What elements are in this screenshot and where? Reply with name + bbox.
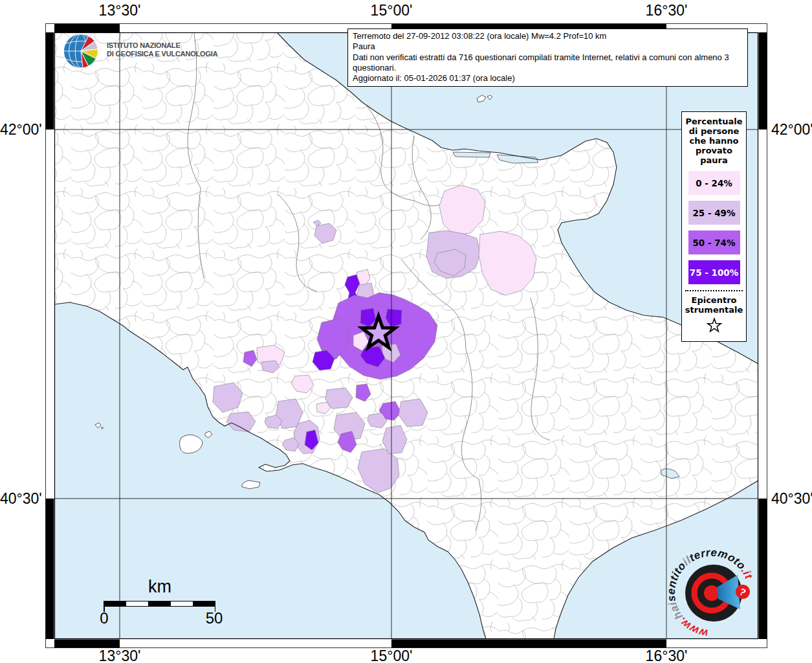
scale-start-label: 0 bbox=[100, 609, 108, 627]
axis-label-left-2: 40°30' bbox=[0, 490, 41, 508]
event-info-line2: Paura bbox=[353, 41, 743, 52]
legend-label-1: 0 - 24% bbox=[696, 178, 732, 188]
legend-epicenter-label: Epicentro strumentale bbox=[682, 295, 746, 315]
event-info-line3: Dati non verificati estratti da 716 ques… bbox=[353, 52, 743, 74]
axis-label-top-1: 13°30' bbox=[99, 2, 141, 19]
legend-separator bbox=[685, 290, 743, 291]
legend-swatch-2: 25 - 49% bbox=[688, 201, 740, 225]
legend-label-4: 75 - 100% bbox=[690, 267, 739, 278]
axis-label-bottom-3: 16°30' bbox=[646, 647, 688, 663]
axis-label-left-1: 42°00' bbox=[0, 121, 41, 139]
legend-label-2: 25 - 49% bbox=[692, 208, 735, 218]
axis-label-top-2: 15°00' bbox=[371, 2, 413, 19]
ingv-logo-line1: ISTITUTO NAZIONALE bbox=[107, 41, 217, 50]
legend-swatch-1: 0 - 24% bbox=[688, 171, 740, 195]
ingv-globe-icon bbox=[62, 30, 102, 70]
axis-label-right-2: 40°30' bbox=[771, 490, 812, 508]
event-info-line1: Terremoto del 27-09-2012 03:08:22 (ora l… bbox=[353, 31, 743, 41]
ingv-logo: ISTITUTO NAZIONALE DI GEOFISICA E VULCAN… bbox=[62, 30, 217, 70]
legend-swatch-4: 75 - 100% bbox=[688, 260, 740, 284]
legend-box: Percentuale di persone che hanno provato… bbox=[681, 111, 747, 342]
scale-end-label: 50 bbox=[206, 609, 223, 627]
event-info-line4: Aggiornato il: 05-01-2026 01:37 (ora loc… bbox=[353, 73, 743, 84]
macroseismic-map-figure: ? www.haisentitoilterremoto.it bbox=[0, 0, 812, 663]
legend-swatch-3: 50 - 74% bbox=[688, 230, 740, 254]
axis-label-bottom-1: 13°30' bbox=[99, 647, 141, 663]
event-info-box: Terremoto del 27-09-2012 03:08:22 (ora l… bbox=[347, 28, 748, 87]
legend-title: Percentuale di persone che hanno provato… bbox=[682, 117, 746, 165]
legend-label-3: 50 - 74% bbox=[692, 238, 735, 248]
axis-label-bottom-2: 15°00' bbox=[371, 647, 413, 663]
scale-unit: km bbox=[148, 577, 171, 597]
legend-star-icon bbox=[706, 317, 723, 333]
ingv-logo-line2: DI GEOFISICA E VULCANOLOGIA bbox=[107, 50, 217, 58]
scale-bar-segments bbox=[104, 601, 215, 607]
axis-label-top-3: 16°30' bbox=[646, 2, 688, 19]
axis-label-right-1: 42°00' bbox=[771, 121, 812, 139]
ingv-logo-text: ISTITUTO NAZIONALE DI GEOFISICA E VULCAN… bbox=[107, 41, 217, 58]
map-canvas: ? www.haisentitoilterremoto.it bbox=[45, 23, 767, 648]
